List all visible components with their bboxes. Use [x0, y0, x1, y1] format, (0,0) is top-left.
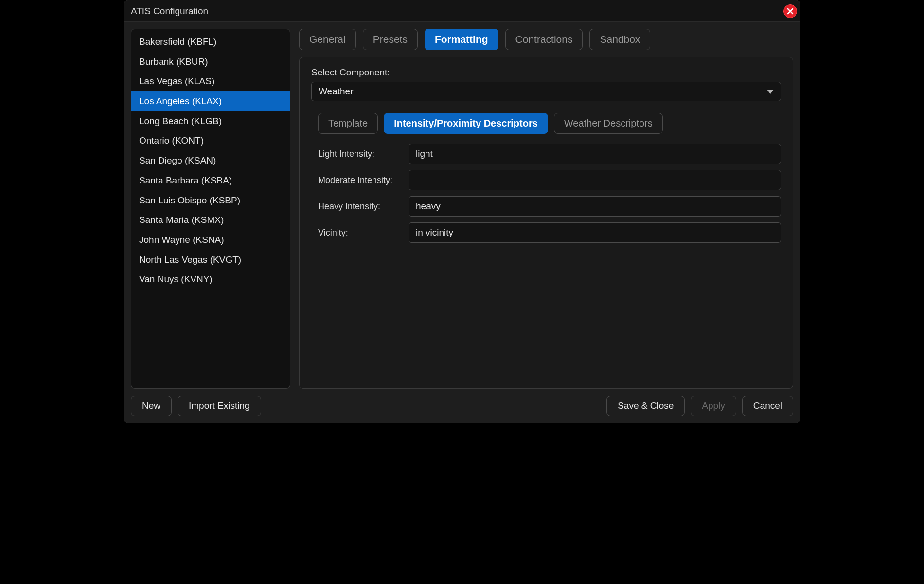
main-tabs: GeneralPresetsFormattingContractionsSand…	[299, 29, 793, 50]
form-input[interactable]	[409, 170, 781, 190]
window-body: Bakersfield (KBFL)Burbank (KBUR)Las Vega…	[124, 22, 800, 423]
form-row: Moderate Intensity:	[311, 170, 781, 190]
station-sidebar[interactable]: Bakersfield (KBFL)Burbank (KBUR)Las Vega…	[131, 29, 290, 389]
import-existing-button[interactable]: Import Existing	[178, 396, 261, 416]
apply-button[interactable]: Apply	[691, 396, 736, 416]
formatting-subtabs: TemplateIntensity/Proximity DescriptorsW…	[318, 113, 781, 134]
form-input[interactable]	[409, 196, 781, 217]
form-row: Vicinity:	[311, 222, 781, 243]
sidebar-item[interactable]: Santa Maria (KSMX)	[131, 210, 290, 230]
form-input[interactable]	[409, 222, 781, 243]
component-select-wrap: Weather	[311, 82, 781, 101]
chevron-down-icon	[767, 90, 774, 94]
subtab[interactable]: Template	[318, 113, 378, 134]
descriptor-form: Light Intensity:Moderate Intensity:Heavy…	[311, 144, 781, 243]
content-row: Bakersfield (KBFL)Burbank (KBUR)Las Vega…	[131, 29, 793, 389]
form-label: Vicinity:	[311, 228, 409, 238]
sidebar-item[interactable]: Las Vegas (KLAS)	[131, 72, 290, 91]
sidebar-item[interactable]: Bakersfield (KBFL)	[131, 32, 290, 52]
tab-general[interactable]: General	[299, 29, 356, 50]
sidebar-item[interactable]: Burbank (KBUR)	[131, 52, 290, 72]
component-select-value: Weather	[319, 86, 353, 97]
sidebar-item[interactable]: Santa Barbara (KSBA)	[131, 171, 290, 191]
component-select[interactable]: Weather	[311, 82, 781, 101]
main-panel: GeneralPresetsFormattingContractionsSand…	[299, 29, 793, 389]
subtab[interactable]: Weather Descriptors	[554, 113, 663, 134]
new-button[interactable]: New	[131, 396, 172, 416]
form-label: Moderate Intensity:	[311, 175, 409, 185]
sidebar-item[interactable]: North Las Vegas (KVGT)	[131, 250, 290, 270]
sidebar-item[interactable]: San Diego (KSAN)	[131, 151, 290, 171]
atis-config-window: ATIS Configuration Bakersfield (KBFL)Bur…	[124, 0, 800, 423]
save-close-button[interactable]: Save & Close	[606, 396, 685, 416]
formatting-panel: Select Component: Weather TemplateIntens…	[299, 57, 793, 389]
form-row: Heavy Intensity:	[311, 196, 781, 217]
tab-presets[interactable]: Presets	[363, 29, 418, 50]
form-input[interactable]	[409, 144, 781, 164]
close-icon	[787, 8, 794, 15]
footer: New Import Existing Save & Close Apply C…	[131, 396, 793, 416]
subtab[interactable]: Intensity/Proximity Descriptors	[384, 113, 548, 134]
form-label: Light Intensity:	[311, 149, 409, 159]
sidebar-item[interactable]: San Luis Obispo (KSBP)	[131, 191, 290, 211]
sidebar-item[interactable]: Ontario (KONT)	[131, 131, 290, 151]
tab-sandbox[interactable]: Sandbox	[589, 29, 650, 50]
select-component-label: Select Component:	[311, 67, 781, 78]
sidebar-item[interactable]: Long Beach (KLGB)	[131, 111, 290, 131]
sidebar-item[interactable]: Van Nuys (KVNY)	[131, 270, 290, 290]
titlebar: ATIS Configuration	[124, 0, 800, 22]
window-title: ATIS Configuration	[131, 6, 208, 17]
form-label: Heavy Intensity:	[311, 201, 409, 212]
footer-right: Save & Close Apply Cancel	[606, 396, 793, 416]
tab-formatting[interactable]: Formatting	[425, 29, 498, 50]
tab-contractions[interactable]: Contractions	[505, 29, 583, 50]
footer-left: New Import Existing	[131, 396, 261, 416]
close-button[interactable]	[783, 4, 797, 18]
sidebar-item[interactable]: Los Angeles (KLAX)	[131, 91, 290, 111]
form-row: Light Intensity:	[311, 144, 781, 164]
cancel-button[interactable]: Cancel	[742, 396, 793, 416]
sidebar-item[interactable]: John Wayne (KSNA)	[131, 230, 290, 250]
